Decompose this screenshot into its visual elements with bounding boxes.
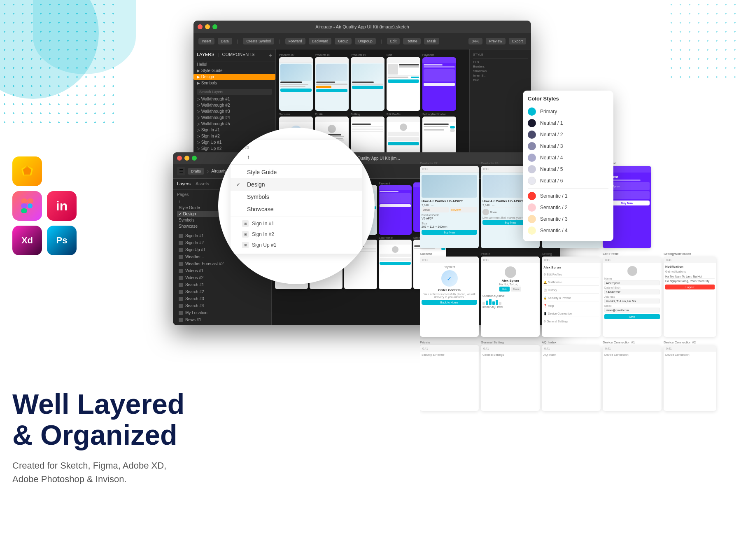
mag-signin2-sub[interactable]: ⊞ Sign In #2 [231,229,362,240]
rg-device-connection2: Device Connection #2 0:41 Device Connect… [664,341,717,411]
color-item-neutral3[interactable]: Neutral / 3 [528,140,608,152]
videos2-item[interactable]: Videos #2 [173,274,271,281]
window-titlebar-1: Airquaty - Air Quality App UI Kit (image… [193,21,531,33]
color-label-primary: Primary [540,109,557,114]
mag-signin2-icon: ⊞ [242,231,249,238]
drafts-tab[interactable]: Drafts [188,168,204,175]
hello-layer[interactable]: Hello! [193,61,275,68]
color-dot-neutral1 [528,119,536,127]
mag-design[interactable]: ✓ Design [231,178,362,191]
walkthrough5-layer[interactable]: ▷ Walkthrough #5 [193,121,275,127]
rg-success: Success 0:41 Payment ✓ Order Confirm You… [420,252,480,337]
figma-icon [12,191,42,221]
rg-products7: Products #7 0:41 How Air Purifier U0-AP0… [420,161,480,248]
ps-icon: Ps [47,226,77,255]
mag-signup1-sub[interactable]: ⊞ Sign Up #1 [231,240,362,250]
color-dot-neutral3 [528,142,536,150]
color-item-neutral6[interactable]: Neutral / 6 [528,175,608,187]
sketch-icon [12,156,42,186]
subtitle-text: Created for Sketch, Figma, Adobe XD, Ado… [12,459,184,486]
mag-symbols[interactable]: Symbols [231,191,362,203]
ungroup-btn[interactable]: Ungroup [355,38,376,44]
style-guide-layer[interactable]: ▶ Style Guide [193,68,275,74]
search-layers-input[interactable] [197,89,272,95]
search4-item[interactable]: Search #4 [173,302,271,309]
data-btn[interactable]: Data [218,38,232,44]
mag-signup1-icon: ⊞ [242,242,249,248]
color-label-neutral1: Neutral / 1 [540,120,563,126]
news2-item[interactable]: News #2 [173,323,271,325]
minimize-btn[interactable] [205,24,210,29]
color-item-neutral4[interactable]: Neutral / 4 [528,152,608,163]
layers-header: LAYERS | COMPONENTS + [193,49,275,61]
w2-maximize[interactable] [192,156,197,161]
color-label-semantic4: Semantic / 4 [540,228,568,233]
mag-style-guide[interactable]: Style Guide [231,166,362,178]
svg-rect-5 [21,203,27,208]
w2-minimize[interactable] [184,156,189,161]
color-item-semantic4[interactable]: Semantic / 4 [528,225,608,236]
color-label-neutral6: Neutral / 6 [540,178,563,184]
rg-aqi-index: AQI Index 0:41 AQI Index [542,341,601,411]
color-item-neutral2[interactable]: Neutral / 2 [528,129,608,140]
assets-tab-2[interactable]: Assets [196,181,209,187]
color-item-neutral5[interactable]: Neutral / 5 [528,163,608,175]
color-label-neutral5: Neutral / 5 [540,166,563,172]
news1-item[interactable]: News #1 [173,316,271,323]
mag-signin1-sub[interactable]: ⊞ Sign In #1 [231,218,362,229]
color-label-neutral2: Neutral / 2 [540,132,563,138]
group-btn[interactable]: Group [335,38,352,44]
walkthrough3-layer[interactable]: ▷ Walkthrough #3 [193,108,275,114]
create-symbol-btn[interactable]: Create Symbol [243,38,274,44]
figma-menu-btn[interactable]: ☰ [177,167,185,175]
color-item-primary[interactable]: Primary [528,106,608,117]
color-item-semantic1[interactable]: Semantic / 1 [528,190,608,202]
forward-btn[interactable]: Forward [285,38,305,44]
symbols-layer[interactable]: ▶ Symbols [193,80,275,86]
backward-btn[interactable]: Backward [309,38,332,44]
main-title: Well Layered & Organized [12,389,184,450]
mask-btn[interactable]: Mask [424,38,440,44]
color-styles-title: Color Styles [528,96,608,102]
close-btn[interactable] [198,24,203,29]
walkthrough4-layer[interactable]: ▷ Walkthrough #4 [193,114,275,121]
search1-item[interactable]: Search #1 [173,281,271,288]
color-item-semantic2[interactable]: Semantic / 2 [528,202,608,213]
insert-btn[interactable]: Insert [198,38,214,44]
rotate-btn[interactable]: Rotate [403,38,421,44]
color-dot-semantic4 [528,226,536,235]
invision-icon: in [47,191,77,221]
color-item-neutral1[interactable]: Neutral / 1 [528,117,608,129]
search3-item[interactable]: Search #3 [173,295,271,302]
maximize-btn[interactable] [212,24,217,29]
walkthrough2-layer[interactable]: ▷ Walkthrough #2 [193,102,275,108]
bg-dots-top-right [667,0,741,82]
mag-showcase[interactable]: Showcase [231,203,362,215]
components-tab[interactable]: COMPONENTS [222,52,254,58]
w2-close[interactable] [177,156,182,161]
design-layer[interactable]: ▶ Design [193,74,275,80]
mag-style-guide-label: Style Guide [247,169,277,175]
search2-item[interactable]: Search #2 [173,288,271,295]
edit-btn[interactable]: Edit [387,38,400,44]
mag-uparrow[interactable]: ↑ [231,151,362,163]
color-item-semantic3[interactable]: Semantic / 3 [528,213,608,225]
products7-screen: Products #7 [279,54,313,111]
rg-profile: Profile 0:41 Alex Sprun Ha Noi, To Loi, … [481,252,541,337]
preview-btn[interactable]: Preview [486,38,506,44]
mylocation-item[interactable]: My Location [173,309,271,316]
svg-rect-3 [21,198,27,203]
svg-rect-4 [27,198,33,203]
zoom-input[interactable]: 34% [468,38,482,44]
products8-screen: Products #8 [315,54,349,111]
layers-tab-2[interactable]: Layers [177,181,191,187]
mag-pages-label: Pages [231,143,362,151]
layers-tab[interactable]: LAYERS [197,52,214,58]
mag-signin2-label: Sign In #2 [252,231,274,237]
signin1-layer[interactable]: ▷ Sign In #1 [193,127,275,133]
color-dot-neutral4 [528,154,536,162]
export-btn[interactable]: Export [509,38,526,44]
add-layer-btn[interactable]: + [269,52,272,58]
mag-symbols-label: Symbols [247,194,269,200]
walkthrough1-layer[interactable]: ▷ Walkthrough #1 [193,96,275,102]
